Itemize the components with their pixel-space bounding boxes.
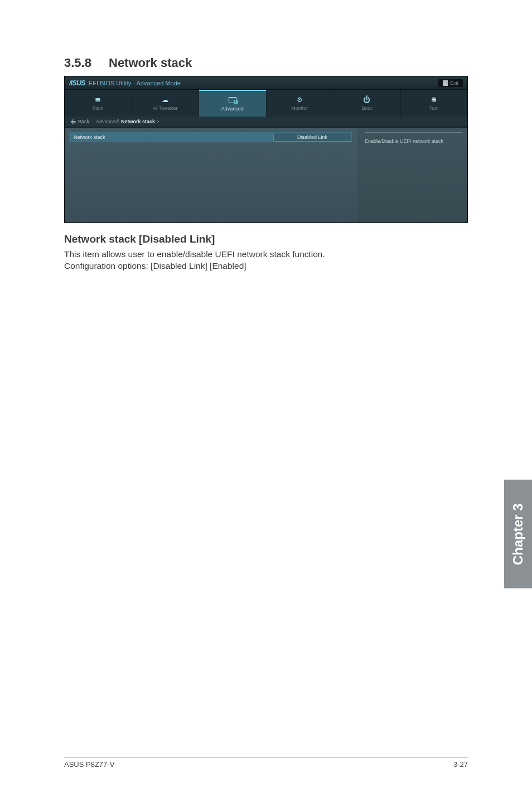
asus-logo: /ISUS [69,79,85,87]
tab-advanced-label: Advanced [221,106,244,112]
bios-title-left: /ISUS EFI BIOS Utility - Advanced Mode [69,79,181,87]
back-arrow-icon: 🡰 [70,119,76,125]
back-button[interactable]: 🡰 Back [70,119,89,125]
tab-advanced[interactable]: Advanced [199,90,267,117]
section-heading: 3.5.8Network stack [64,56,468,70]
tab-main[interactable]: Main [65,90,132,117]
breadcrumb-prefix: Advanced\ [96,119,121,124]
chapter-tab: Chapter 3 [504,480,532,588]
power-icon [362,96,371,104]
bios-tabs: Main Ai Tweaker Advanced Monitor Boot To… [65,90,467,117]
body-line-2: Configuration options: [Disabled Link] [… [64,260,468,272]
bios-body: Network stack Disabled Link Enable/Disab… [65,128,467,223]
tab-boot-label: Boot [361,105,372,111]
bios-titlebar: /ISUS EFI BIOS Utility - Advanced Mode E… [65,76,467,90]
page-footer: ASUS P8Z77-V 3-27 [64,757,468,769]
bios-main-panel: Network stack Disabled Link [65,128,359,223]
breadcrumb-active: Network stack [121,119,155,124]
sub-heading: Network stack [Disabled Link] [64,233,468,245]
footer-left: ASUS P8Z77-V [64,760,114,769]
section-number: 3.5.8 [64,56,109,70]
tab-boot[interactable]: Boot [333,90,401,117]
bios-window: /ISUS EFI BIOS Utility - Advanced Mode E… [64,76,468,223]
breadcrumb: Advanced\ Network stack > [96,119,159,124]
tab-ai-tweaker[interactable]: Ai Tweaker [132,90,200,117]
bios-title-text: EFI BIOS Utility - Advanced Mode [89,80,181,86]
list-icon [94,96,103,104]
tool-icon [429,96,438,104]
help-text: Enable/Disable UEFI network stack [365,138,462,145]
back-label: Back [78,119,89,124]
setting-value-dropdown[interactable]: Disabled Link [273,133,351,142]
exit-label: Exit [450,80,458,86]
footer-right: 3-27 [453,760,468,769]
cloud-icon [161,96,170,104]
tab-monitor[interactable]: Monitor [267,90,334,117]
exit-icon [443,80,448,86]
tab-tool[interactable]: Tool [401,90,468,117]
setting-label: Network stack [74,134,105,140]
breadcrumb-row: 🡰 Back Advanced\ Network stack > [65,117,467,128]
tab-tool-label: Tool [429,105,439,111]
breadcrumb-suffix: > [155,119,159,124]
section-title: Network stack [109,56,192,70]
body-line-1: This item allows user to enable/disable … [64,249,468,260]
bios-help-panel: Enable/Disable UEFI network stack [359,128,467,223]
chapter-tab-label: Chapter 3 [510,503,526,565]
setting-network-stack[interactable]: Network stack Disabled Link [69,132,352,142]
tab-monitor-label: Monitor [291,105,308,111]
divider [365,132,462,133]
tab-ai-tweaker-label: Ai Tweaker [153,105,177,111]
monitor-icon [295,96,304,104]
tab-main-label: Main [93,105,104,111]
exit-button[interactable]: Exit [438,79,463,87]
advanced-icon [228,96,237,104]
